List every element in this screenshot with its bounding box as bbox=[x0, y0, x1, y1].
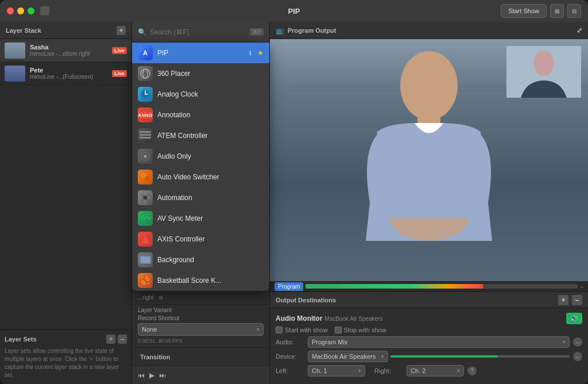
layer-item-sasha[interactable]: Sasha mimoLive -...ottom right Live bbox=[0, 39, 131, 62]
audio-monitor-header: Audio Monitor MacBook Air Speakers 🔊 bbox=[276, 313, 582, 324]
record-shortcut-label: Record Shortcut bbox=[138, 315, 264, 321]
dropdown-label-automation: Automation bbox=[157, 194, 264, 202]
audio-meter-minus-icon[interactable]: – bbox=[580, 283, 583, 290]
layer-sets-title: Layer Sets bbox=[5, 336, 37, 343]
svg-rect-18 bbox=[148, 197, 150, 198]
audio-source-select[interactable]: Program Mix ▾ bbox=[308, 336, 570, 348]
live-badge-pete: Live bbox=[112, 70, 127, 77]
device-select[interactable]: MacBook Air Speakers ▾ bbox=[308, 351, 388, 362]
dropdown-item-basketball[interactable]: Basketball Score K... bbox=[132, 270, 269, 291]
avs-icon bbox=[138, 170, 153, 185]
dropdown-item-clock[interactable]: Analog Clock bbox=[132, 84, 269, 105]
star-icon[interactable]: ★ bbox=[257, 49, 264, 57]
am-check-row: Start with show Stop with show bbox=[276, 327, 582, 333]
dropdown-item-background[interactable]: Background bbox=[132, 249, 269, 270]
dropdown-item-avs[interactable]: Auto Video Switcher bbox=[132, 167, 269, 187]
left-channel-select[interactable]: Ch. 1 ▾ bbox=[308, 365, 365, 377]
audio-monitor-active-button[interactable]: 🔊 bbox=[566, 313, 582, 324]
right-channel-select[interactable]: Ch. 2 ▾ bbox=[407, 365, 464, 377]
program-label: Program bbox=[274, 282, 303, 291]
main-video bbox=[270, 39, 588, 281]
play-icon[interactable]: ▶ bbox=[149, 371, 154, 379]
layer-variant-label: Layer Variant bbox=[138, 307, 264, 313]
record-shortcut-select[interactable]: None ▾ bbox=[138, 323, 264, 336]
chevron-down-icon: ▾ bbox=[257, 327, 260, 332]
layer-sub-sasha: mimoLive -...ottom right bbox=[30, 51, 107, 57]
right-panel: 📺 Program Output ⤢ bbox=[270, 22, 588, 384]
layer-sets-add-button[interactable]: + bbox=[106, 335, 115, 344]
info-circle-icon[interactable]: ℹ bbox=[246, 48, 255, 57]
close-button[interactable] bbox=[7, 7, 14, 14]
playback-controls: ⏮ ▶ ⏭ bbox=[132, 366, 269, 384]
stop-with-show-label: Stop with show bbox=[344, 327, 386, 333]
dropdown-item-pip[interactable]: A PIP ℹ ★ bbox=[132, 43, 269, 63]
title-bar: PIP Start Show ⊞ ⊟ bbox=[0, 0, 588, 22]
dropdown-item-360[interactable]: 360 Placer bbox=[132, 63, 269, 84]
device-chevron-icon: ▾ bbox=[381, 354, 384, 359]
skip-back-icon[interactable]: ⏮ bbox=[138, 371, 145, 379]
layer-thumb-sasha bbox=[5, 43, 25, 59]
device-row: Device: MacBook Air Speakers ▾ – bbox=[276, 351, 582, 362]
start-with-show-checkbox[interactable] bbox=[276, 327, 283, 333]
dropdown-item-avsync[interactable]: AV Sync Meter bbox=[132, 208, 269, 229]
audio-info-icon[interactable]: – bbox=[573, 337, 582, 347]
layer-thumb-pete bbox=[5, 66, 25, 82]
program-output-expand-icon[interactable]: ⤢ bbox=[577, 26, 582, 34]
dropdown-item-audio[interactable]: Audio Only bbox=[132, 146, 269, 167]
settings-icon-button[interactable]: ⊟ bbox=[567, 4, 581, 18]
stop-with-show-check[interactable]: Stop with show bbox=[335, 327, 386, 333]
person-figure bbox=[343, 40, 515, 281]
dropdown-label-clock: Analog Clock bbox=[157, 90, 264, 98]
dropdown-item-automation[interactable]: Automation bbox=[132, 187, 269, 208]
audio-source-value: Program Mix bbox=[312, 339, 347, 345]
dropdown-item-atem[interactable]: ATEM Controller bbox=[132, 125, 269, 146]
output-destinations-minus-button[interactable]: – bbox=[572, 295, 582, 305]
skip-forward-icon[interactable]: ⏭ bbox=[159, 371, 166, 379]
dropdown-item-annotation[interactable]: ANNO Annotation bbox=[132, 105, 269, 125]
svg-point-1 bbox=[143, 69, 148, 78]
search-input[interactable] bbox=[150, 28, 246, 36]
minimize-button[interactable] bbox=[17, 7, 24, 14]
maximize-button[interactable] bbox=[28, 7, 34, 14]
dropdown-item-axis[interactable]: AXIS Controller bbox=[132, 229, 269, 249]
speaker-icon: 🔊 bbox=[570, 315, 578, 322]
stop-with-show-checkbox[interactable] bbox=[335, 327, 342, 333]
audio-source-chevron-icon: ▾ bbox=[563, 339, 566, 345]
layout-icon-button[interactable]: ⊞ bbox=[550, 4, 564, 18]
start-with-show-check[interactable]: Start with show bbox=[276, 327, 328, 333]
audio-meter-fill bbox=[305, 284, 482, 289]
layer-name-pete: Pete bbox=[30, 67, 107, 74]
clock-icon bbox=[138, 87, 153, 102]
transition-title: Transition bbox=[140, 354, 261, 360]
dropdown-label-basketball: Basketball Score K... bbox=[157, 277, 264, 285]
svg-rect-7 bbox=[140, 134, 151, 136]
svg-rect-6 bbox=[140, 131, 151, 133]
device-value: MacBook Air Speakers bbox=[312, 353, 376, 360]
layer-item-pete[interactable]: Pete mimoLive -...(Fullscreen) Live bbox=[0, 62, 131, 85]
panel-content: ...right ⚙ Layer Variant Record Shortcut… bbox=[132, 291, 269, 366]
audio-monitor-subtitle: MacBook Air Speakers bbox=[324, 316, 382, 322]
program-output-icon: 📺 bbox=[276, 26, 284, 34]
device-volume-slider[interactable] bbox=[390, 355, 570, 358]
pip-overlay bbox=[506, 46, 581, 98]
start-show-button[interactable]: Start Show bbox=[501, 4, 547, 18]
device-info-icon[interactable]: – bbox=[573, 352, 582, 361]
layer-sets-minus-button[interactable]: – bbox=[118, 335, 127, 344]
record-shortcut-value: None bbox=[142, 326, 157, 333]
svg-rect-17 bbox=[140, 197, 142, 198]
output-destinations-add-button[interactable]: + bbox=[558, 295, 568, 305]
search-icon: 🔍 bbox=[138, 28, 146, 36]
left-sidebar: Layer Stack + Sasha mimoLive -...ottom r… bbox=[0, 22, 132, 384]
title-bar-right: Start Show ⊞ ⊟ bbox=[501, 4, 581, 18]
video-output bbox=[270, 39, 588, 281]
audio-meter-track bbox=[305, 284, 578, 289]
360-icon bbox=[138, 66, 153, 81]
layer-stack-add-button[interactable]: + bbox=[117, 26, 126, 35]
program-output-title: Program Output bbox=[288, 27, 336, 34]
channel-info-icon[interactable]: ? bbox=[467, 366, 477, 375]
layer-info-sasha: Sasha mimoLive -...ottom right bbox=[25, 44, 112, 57]
annotation-badge: ANNO bbox=[138, 112, 153, 118]
dropdown-label-atem: ATEM Controller bbox=[157, 132, 264, 140]
plugin-dropdown: A PIP ℹ ★ 360 Placer bbox=[132, 43, 269, 291]
audio-icon bbox=[138, 149, 153, 164]
